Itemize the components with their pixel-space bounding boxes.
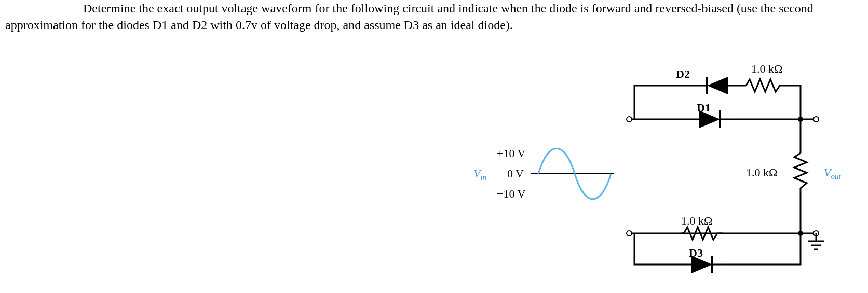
ground-symbol [808, 233, 824, 249]
resistor-top [746, 79, 782, 92]
label-vout: Vout [824, 166, 841, 181]
label-r-top: 1.0 kΩ [751, 62, 782, 76]
diode-d2 [694, 77, 728, 94]
terminal-in-bottom [627, 231, 632, 236]
svg-marker-3 [707, 77, 728, 94]
label-d3: D3 [689, 246, 703, 260]
problem-text: Determine the exact output voltage wavef… [5, 2, 813, 32]
label-d2: D2 [676, 67, 690, 81]
label-r-out: 1.0 kΩ [746, 166, 777, 179]
label-vin-mid: 0 V [507, 167, 524, 180]
terminal-out-top [813, 117, 819, 122]
label-vin-top: +10 V [497, 147, 525, 160]
circuit-diagram: D2 D1 D3 1.0 kΩ 1.0 kΩ 1.0 kΩ +10 V 0 V … [437, 60, 852, 283]
terminal-in-top [627, 117, 632, 122]
label-vin: Vin [473, 167, 486, 182]
circuit-svg [437, 60, 852, 283]
input-waveform [531, 148, 614, 199]
resistor-output [794, 153, 807, 194]
label-d1: D1 [697, 101, 711, 115]
problem-statement: Determine the exact output voltage wavef… [0, 0, 868, 34]
node-bottom-right [798, 231, 803, 236]
node-top-right [798, 117, 803, 122]
label-r-bottom: 1.0 kΩ [681, 214, 712, 228]
label-vin-bot: −10 V [497, 187, 525, 201]
